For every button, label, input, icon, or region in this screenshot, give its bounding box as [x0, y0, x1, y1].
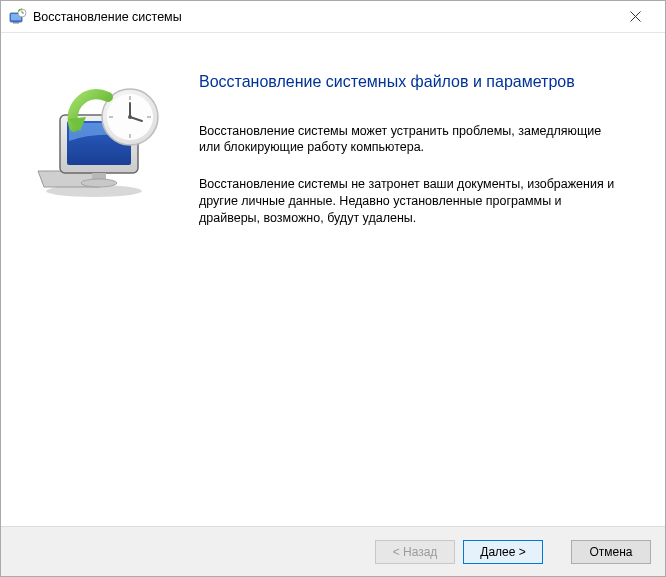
close-button[interactable]	[613, 2, 657, 32]
svg-point-8	[81, 179, 117, 187]
back-button: < Назад	[375, 540, 455, 564]
cancel-button[interactable]: Отмена	[571, 540, 651, 564]
svg-rect-2	[13, 22, 19, 24]
wizard-footer: < Назад Далее > Отмена	[1, 526, 665, 576]
system-restore-wizard: Восстановление системы	[0, 0, 666, 577]
titlebar: Восстановление системы	[1, 1, 665, 33]
description-paragraph-2: Восстановление системы не затронет ваши …	[199, 176, 615, 227]
illustration-panel	[1, 33, 199, 526]
wizard-content: Восстановление системных файлов и параме…	[1, 33, 665, 526]
close-icon	[630, 11, 641, 22]
system-restore-illustration	[32, 81, 172, 201]
wizard-heading: Восстановление системных файлов и параме…	[199, 71, 615, 93]
window-title: Восстановление системы	[33, 10, 613, 24]
svg-point-17	[128, 115, 132, 119]
description-paragraph-1: Восстановление системы может устранить п…	[199, 123, 615, 157]
next-button[interactable]: Далее >	[463, 540, 543, 564]
system-restore-icon	[9, 8, 27, 26]
text-panel: Восстановление системных файлов и параме…	[199, 33, 665, 526]
